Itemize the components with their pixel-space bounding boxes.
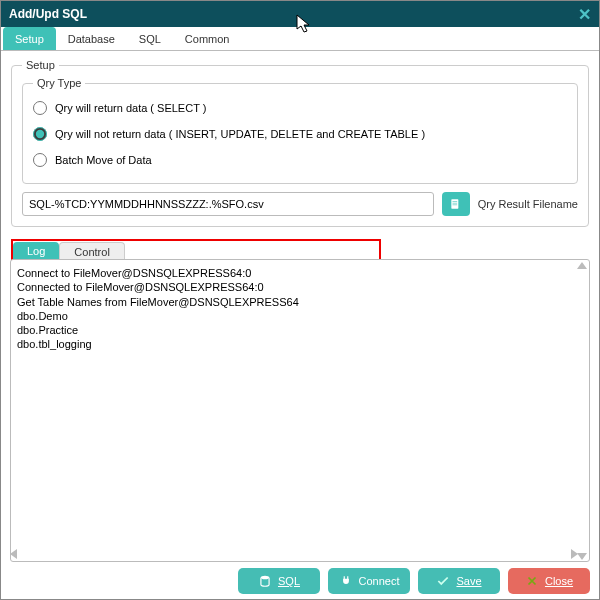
setup-legend: Setup [22, 59, 59, 71]
plug-icon [339, 574, 353, 588]
radio-select-label: Qry will return data ( SELECT ) [55, 102, 206, 114]
svg-rect-3 [452, 205, 457, 206]
sql-button[interactable]: SQL [238, 568, 320, 594]
main-tabs: Setup Database SQL Common [1, 27, 599, 51]
window-title: Add/Upd SQL [9, 7, 87, 21]
button-bar: SQL Connect Save Close [238, 568, 590, 594]
connect-button[interactable]: Connect [328, 568, 410, 594]
log-textarea[interactable] [10, 259, 590, 562]
radio-select[interactable] [33, 101, 47, 115]
database-icon [258, 574, 272, 588]
svg-rect-1 [452, 201, 457, 202]
filename-label: Qry Result Filename [478, 198, 578, 210]
title-bar: Add/Upd SQL ✕ [1, 1, 599, 27]
file-icon [449, 197, 463, 211]
window-close-button[interactable]: ✕ [578, 5, 591, 24]
svg-point-4 [261, 576, 269, 580]
setup-fieldset: Setup Qry Type Qry will return data ( SE… [11, 59, 589, 227]
tab-database[interactable]: Database [56, 27, 127, 50]
connect-button-label: Connect [359, 575, 400, 587]
save-button[interactable]: Save [418, 568, 500, 594]
tab-sql[interactable]: SQL [127, 27, 173, 50]
radio-row-noreturn[interactable]: Qry will not return data ( INSERT, UPDAT… [33, 121, 567, 147]
filename-browse-button[interactable] [442, 192, 470, 216]
radio-row-select[interactable]: Qry will return data ( SELECT ) [33, 95, 567, 121]
close-button[interactable]: Close [508, 568, 590, 594]
radio-batch-label: Batch Move of Data [55, 154, 152, 166]
tab-common[interactable]: Common [173, 27, 242, 50]
check-icon [436, 574, 450, 588]
save-button-label: Save [456, 575, 481, 587]
close-icon [525, 574, 539, 588]
svg-rect-0 [451, 199, 458, 208]
radio-noreturn[interactable] [33, 127, 47, 141]
close-button-label: Close [545, 575, 573, 587]
scroll-up-icon[interactable] [577, 262, 587, 269]
scroll-down-icon[interactable] [577, 553, 587, 560]
tab-setup[interactable]: Setup [3, 27, 56, 50]
scroll-left-icon[interactable] [10, 549, 17, 559]
filename-input[interactable] [22, 192, 434, 216]
qrytype-fieldset: Qry Type Qry will return data ( SELECT )… [22, 77, 578, 184]
radio-noreturn-label: Qry will not return data ( INSERT, UPDAT… [55, 128, 425, 140]
radio-batch[interactable] [33, 153, 47, 167]
vertical-scrollbar[interactable] [576, 262, 588, 560]
qrytype-legend: Qry Type [33, 77, 85, 89]
scroll-right-icon[interactable] [571, 549, 578, 559]
svg-rect-2 [452, 203, 457, 204]
radio-row-batch[interactable]: Batch Move of Data [33, 147, 567, 173]
horizontal-scrollbar[interactable] [10, 548, 578, 560]
sql-button-label: SQL [278, 575, 300, 587]
